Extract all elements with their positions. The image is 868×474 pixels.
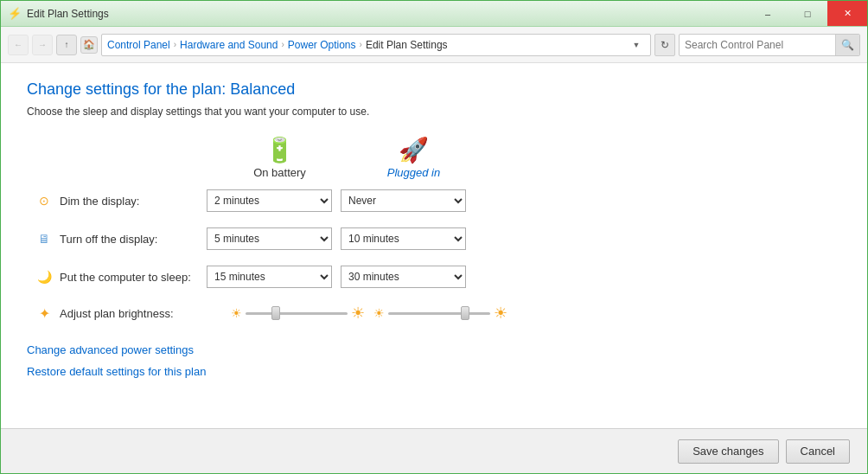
back-button[interactable]: ← xyxy=(8,35,29,55)
home-icon-btn[interactable]: 🏠 xyxy=(80,36,98,54)
turn-off-display-row: 🖥 Turn off the display: 5 minutes 1 minu… xyxy=(35,227,841,250)
turn-off-display-icon: 🖥 xyxy=(35,230,53,247)
page-subtext: Choose the sleep and display settings th… xyxy=(27,106,841,118)
brightness-plugged-in-control: ☀ ☀ xyxy=(373,304,507,323)
title-bar-left: ⚡ Edit Plan Settings xyxy=(8,7,109,21)
cancel-button[interactable]: Cancel xyxy=(786,439,850,464)
breadcrumb-power-options[interactable]: Power Options xyxy=(288,39,356,51)
battery-icon: 🔋 xyxy=(265,138,295,163)
dim-display-icon: ⊙ xyxy=(35,192,53,209)
brightness-max-icon-right: ☀ xyxy=(494,304,507,323)
plugged-icon: 🚀 xyxy=(399,138,429,163)
dim-display-controls: 2 minutes 1 minute 5 minutes 10 minutes … xyxy=(207,189,466,212)
close-button[interactable]: ✕ xyxy=(827,1,867,26)
footer: Save changes Cancel xyxy=(1,428,867,473)
restore-defaults-link[interactable]: Restore default settings for this plan xyxy=(27,365,841,378)
sleep-on-battery-select[interactable]: 15 minutes 1 minute 2 minutes 5 minutes … xyxy=(207,266,332,288)
sleep-icon: 🌙 xyxy=(35,268,53,285)
turn-off-display-on-battery-select[interactable]: 5 minutes 1 minute 2 minutes 10 minutes … xyxy=(207,227,332,250)
col-header-on-battery: 🔋 On battery xyxy=(213,138,347,179)
forward-button[interactable]: → xyxy=(32,35,53,55)
up-button[interactable]: ↑ xyxy=(56,35,77,55)
brightness-max-icon-left: ☀ xyxy=(351,304,365,323)
nav-bar: ← → ↑ 🏠 Control Panel › Hardware and Sou… xyxy=(1,27,867,63)
sleep-row: 🌙 Put the computer to sleep: 15 minutes … xyxy=(35,266,841,288)
restore-button[interactable]: □ xyxy=(788,1,827,26)
search-box: 🔍 xyxy=(679,34,860,56)
advanced-settings-link[interactable]: Change advanced power settings xyxy=(27,343,841,356)
sleep-plugged-in-select[interactable]: 30 minutes 1 minute 2 minutes 5 minutes … xyxy=(341,266,466,288)
sleep-label: Put the computer to sleep: xyxy=(60,271,207,284)
page-heading: Change settings for the plan: Balanced xyxy=(27,80,841,99)
breadcrumb-hardware-sound[interactable]: Hardware and Sound xyxy=(180,39,278,51)
dim-display-plugged-in-select[interactable]: Never 1 minute 2 minutes 5 minutes 10 mi… xyxy=(341,189,466,212)
brightness-min-icon-right: ☀ xyxy=(373,306,385,320)
breadcrumb-dropdown[interactable]: ▼ xyxy=(628,41,645,49)
dim-display-label: Dim the display: xyxy=(60,195,207,208)
col-label-on-battery: On battery xyxy=(253,166,306,179)
window: ⚡ Edit Plan Settings – □ ✕ ← → ↑ 🏠 Contr… xyxy=(0,0,868,474)
search-button[interactable]: 🔍 xyxy=(835,35,859,55)
turn-off-display-controls: 5 minutes 1 minute 2 minutes 10 minutes … xyxy=(207,227,466,250)
window-title: Edit Plan Settings xyxy=(27,8,109,20)
refresh-button[interactable]: ↻ xyxy=(654,34,675,56)
brightness-row: ✦ Adjust plan brightness: ☀ ☀ ☀ xyxy=(35,304,841,323)
column-headers: 🔋 On battery 🚀 Plugged in xyxy=(213,138,841,179)
brightness-min-icon-left: ☀ xyxy=(231,306,242,320)
dim-display-row: ⊙ Dim the display: 2 minutes 1 minute 5 … xyxy=(35,189,841,212)
sep-3: › xyxy=(360,40,362,49)
sleep-controls: 15 minutes 1 minute 2 minutes 5 minutes … xyxy=(207,266,466,288)
brightness-plugged-in-thumb[interactable] xyxy=(461,306,469,320)
save-changes-button[interactable]: Save changes xyxy=(678,439,778,464)
title-bar: ⚡ Edit Plan Settings – □ ✕ xyxy=(1,1,867,27)
title-bar-buttons: – □ ✕ xyxy=(748,1,867,26)
sep-2: › xyxy=(281,40,284,49)
brightness-on-battery-control: ☀ ☀ xyxy=(231,304,365,323)
settings-grid: 🔋 On battery 🚀 Plugged in ⊙ Dim the disp… xyxy=(35,138,841,323)
breadcrumb-bar: Control Panel › Hardware and Sound › Pow… xyxy=(101,34,651,56)
window-icon: ⚡ xyxy=(8,7,22,21)
links-section: Change advanced power settings Restore d… xyxy=(27,343,841,378)
breadcrumb-current: Edit Plan Settings xyxy=(366,39,448,51)
minimize-button[interactable]: – xyxy=(748,1,788,26)
dim-display-on-battery-select[interactable]: 2 minutes 1 minute 5 minutes 10 minutes … xyxy=(207,189,332,212)
brightness-on-battery-thumb[interactable] xyxy=(271,306,280,320)
sep-1: › xyxy=(174,40,176,49)
col-header-plugged-in: 🚀 Plugged in xyxy=(347,138,481,179)
brightness-label: Adjust plan brightness: xyxy=(60,307,231,320)
turn-off-display-plugged-in-select[interactable]: 10 minutes 1 minute 2 minutes 5 minutes … xyxy=(341,227,466,250)
col-label-plugged-in: Plugged in xyxy=(387,166,440,179)
turn-off-display-label: Turn off the display: xyxy=(60,233,207,246)
breadcrumb-control-panel[interactable]: Control Panel xyxy=(107,39,170,51)
search-input[interactable] xyxy=(680,39,835,51)
brightness-icon: ✦ xyxy=(35,304,53,322)
content-area: Change settings for the plan: Balanced C… xyxy=(1,63,867,428)
